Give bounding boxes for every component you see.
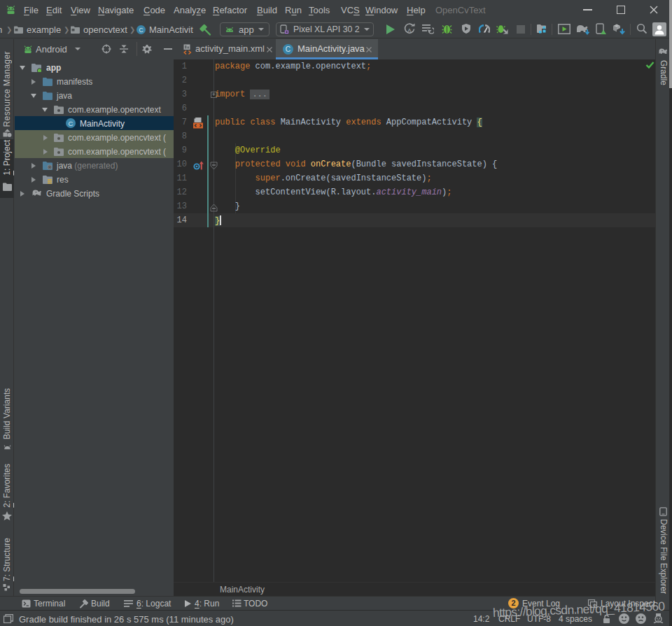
svg-text:A: A [407, 27, 412, 34]
svg-text:C: C [286, 45, 290, 53]
svg-text:C: C [139, 27, 143, 34]
svg-text:C: C [69, 120, 74, 127]
